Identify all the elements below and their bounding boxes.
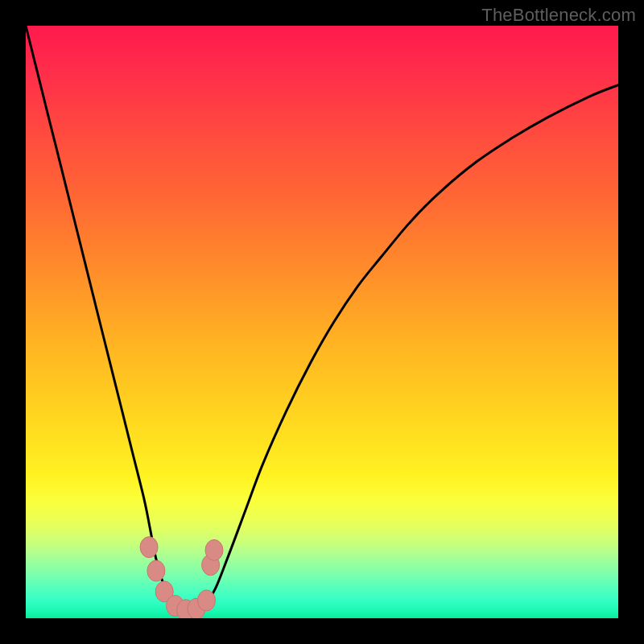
marker-dot bbox=[205, 539, 223, 560]
watermark-text: TheBottleneck.com bbox=[481, 5, 636, 26]
marker-dot bbox=[147, 560, 165, 581]
outer-frame: TheBottleneck.com bbox=[0, 0, 644, 644]
plot-area bbox=[26, 26, 618, 618]
bottleneck-curve bbox=[26, 26, 618, 613]
marker-dot bbox=[140, 537, 158, 558]
curve-markers bbox=[140, 537, 223, 618]
marker-dot bbox=[198, 590, 216, 611]
chart-svg bbox=[26, 26, 618, 618]
